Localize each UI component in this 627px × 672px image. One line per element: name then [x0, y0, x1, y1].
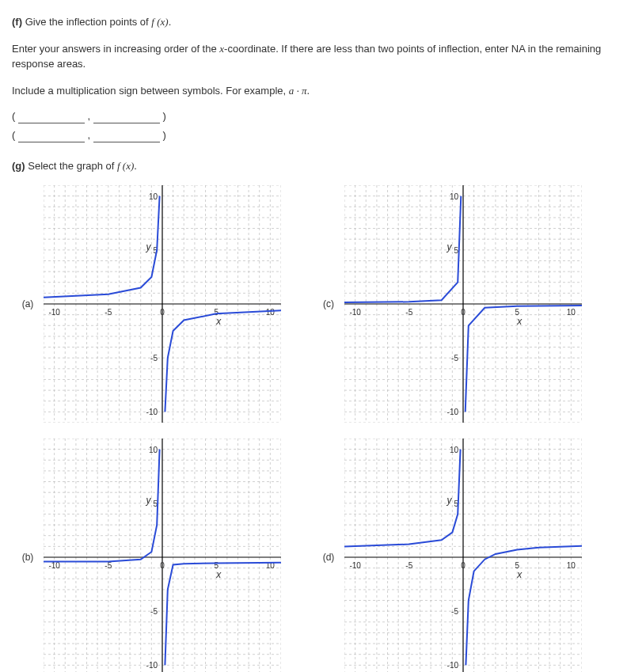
part-g-label: (g) — [12, 160, 25, 172]
part-f-prompt: Give the inflection points of — [25, 16, 149, 28]
part-f-func: f (x) — [151, 16, 168, 28]
part-f-label: (f) — [12, 16, 22, 28]
graphs-grid: (a) -10-50510-10-5510yx (c) -10-50510-10… — [12, 185, 615, 673]
part-f-instruction2: Include a multiplication sign between sy… — [12, 83, 615, 99]
svg-text:-5: -5 — [451, 607, 458, 616]
svg-text:y: y — [146, 241, 152, 252]
svg-text:-10: -10 — [349, 561, 361, 570]
svg-text:10: 10 — [266, 308, 276, 317]
graph-a[interactable]: -10-50510-10-5510yx — [44, 185, 313, 423]
svg-text:-10: -10 — [447, 408, 459, 416]
svg-text:5: 5 — [454, 245, 458, 254]
part-g-func: f (x) — [117, 160, 134, 172]
svg-text:y: y — [146, 494, 152, 505]
inflection-x2-input[interactable] — [18, 128, 85, 142]
inflection-y2-input[interactable] — [93, 128, 160, 142]
inflection-x1-input[interactable] — [18, 109, 85, 123]
part-f-instruction1: Enter your answers in increasing order o… — [12, 41, 615, 72]
svg-text:10: 10 — [450, 445, 459, 454]
svg-text:x: x — [516, 569, 522, 580]
part-g-heading: (g) Select the graph of f (x). — [12, 158, 615, 174]
svg-text:10: 10 — [149, 192, 158, 200]
svg-text:-10: -10 — [48, 308, 60, 317]
svg-text:x: x — [215, 569, 222, 580]
svg-text:-5: -5 — [104, 561, 112, 570]
answer-row-2: ( , ) — [12, 128, 615, 142]
svg-text:-5: -5 — [150, 607, 158, 616]
graph-label-d: (d) — [313, 439, 344, 673]
svg-text:10: 10 — [567, 561, 576, 570]
inflection-y1-input[interactable] — [93, 109, 160, 123]
svg-text:-5: -5 — [104, 308, 112, 317]
graph-label-a: (a) — [12, 185, 44, 423]
graph-c[interactable]: -10-50510-10-5510yx — [344, 185, 614, 423]
svg-text:-10: -10 — [447, 661, 459, 670]
svg-text:0: 0 — [160, 308, 165, 317]
svg-text:y: y — [446, 241, 453, 252]
svg-text:0: 0 — [461, 561, 466, 570]
graph-label-c: (c) — [313, 185, 344, 423]
svg-text:x: x — [516, 316, 522, 327]
svg-text:10: 10 — [450, 192, 459, 200]
graph-d[interactable]: -10-50510-10-5510yx — [344, 439, 614, 673]
svg-text:-10: -10 — [349, 308, 361, 317]
svg-text:x: x — [215, 316, 222, 327]
svg-text:-10: -10 — [146, 661, 158, 670]
answer-row-1: ( , ) — [12, 109, 615, 123]
graph-label-b: (b) — [12, 439, 44, 673]
svg-text:y: y — [446, 494, 453, 505]
graph-b[interactable]: -10-50510-10-5510yx — [44, 439, 313, 673]
svg-text:0: 0 — [461, 308, 466, 317]
svg-text:-10: -10 — [48, 561, 60, 570]
part-g-prompt: Select the graph of — [28, 160, 114, 172]
svg-text:-5: -5 — [150, 354, 158, 363]
part-f-heading: (f) Give the inflection points of f (x). — [12, 14, 615, 30]
svg-text:10: 10 — [567, 308, 576, 317]
svg-text:-5: -5 — [405, 561, 412, 570]
svg-text:0: 0 — [160, 561, 165, 570]
svg-text:-10: -10 — [146, 408, 158, 416]
answer-inputs: ( , ) ( , ) — [12, 109, 615, 142]
svg-text:-5: -5 — [451, 354, 458, 363]
svg-text:-5: -5 — [405, 308, 412, 317]
svg-text:10: 10 — [149, 445, 158, 454]
